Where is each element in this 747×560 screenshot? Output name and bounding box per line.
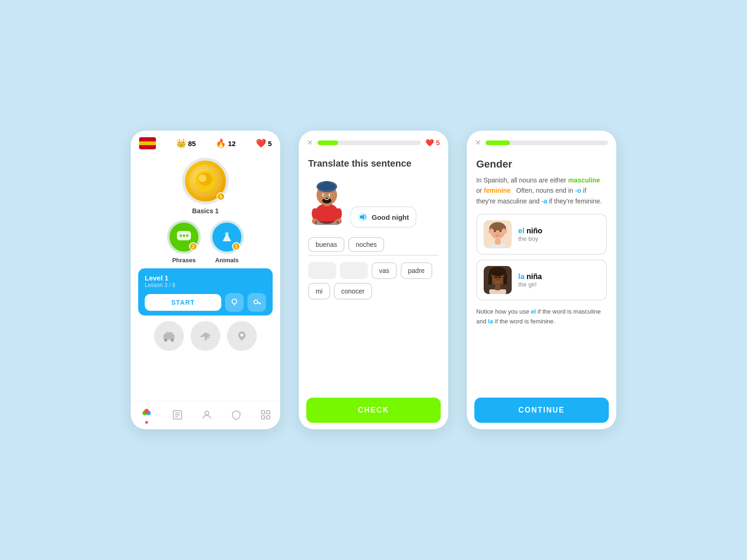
example-nino: el niño the boy bbox=[476, 214, 607, 255]
answer-area[interactable]: buenas noches bbox=[308, 235, 439, 256]
svg-point-11 bbox=[254, 300, 258, 304]
svg-rect-28 bbox=[261, 411, 265, 414]
key-button[interactable] bbox=[247, 293, 266, 312]
svg-point-54 bbox=[503, 230, 507, 233]
svg-point-52 bbox=[491, 223, 504, 231]
notice-el: el bbox=[531, 308, 536, 315]
continue-button[interactable]: CONTINUE bbox=[474, 398, 609, 423]
word-chip-3[interactable]: padre bbox=[401, 262, 432, 279]
boy-illustration bbox=[485, 220, 510, 248]
svg-point-8 bbox=[225, 232, 229, 236]
svg-point-67 bbox=[497, 279, 499, 280]
nav-profile[interactable] bbox=[201, 409, 212, 420]
basics-circle[interactable]: 5 bbox=[182, 158, 229, 204]
stat-hearts: ❤️ 5 bbox=[256, 138, 272, 148]
animals-label: Animals bbox=[215, 257, 239, 264]
fire-icon: 🔥 bbox=[216, 138, 226, 148]
svg-rect-69 bbox=[495, 286, 500, 290]
answer-chip-0[interactable]: buenas bbox=[308, 237, 345, 252]
svg-rect-13 bbox=[259, 303, 260, 304]
flag-icon bbox=[139, 137, 156, 149]
nav-dot bbox=[145, 421, 148, 424]
hearts-icon: ❤️ bbox=[425, 139, 434, 147]
svg-point-6 bbox=[186, 235, 189, 237]
svg-rect-65 bbox=[488, 275, 492, 285]
svg-point-19 bbox=[240, 334, 243, 336]
character-illustration bbox=[308, 176, 345, 228]
nino-translation: the boy bbox=[518, 235, 543, 242]
svg-point-9 bbox=[232, 299, 237, 304]
o-suffix: -o bbox=[575, 187, 581, 194]
gender-title: Gender bbox=[476, 158, 607, 170]
hearts-value: 5 bbox=[268, 140, 272, 147]
word-chip-2[interactable]: vas bbox=[372, 262, 397, 279]
locked-car bbox=[154, 321, 184, 351]
masc-word: masculine bbox=[568, 176, 600, 184]
nino-text: el niño the boy bbox=[518, 227, 543, 242]
start-button[interactable]: START bbox=[145, 294, 221, 311]
translate-header: × ❤️ 5 bbox=[299, 131, 448, 152]
gender-close-button[interactable]: × bbox=[475, 137, 481, 148]
gender-progress-fill bbox=[486, 140, 510, 145]
svg-point-56 bbox=[500, 230, 502, 232]
gender-footer: CONTINUE bbox=[467, 393, 616, 429]
svg-rect-14 bbox=[260, 303, 261, 304]
svg-point-37 bbox=[324, 181, 330, 187]
nav-home[interactable] bbox=[140, 406, 154, 424]
gender-progress-bar bbox=[486, 140, 608, 145]
svg-point-41 bbox=[330, 195, 331, 196]
word-chip-4[interactable]: mi bbox=[308, 283, 330, 300]
gender-content: Gender In Spanish, all nouns are either … bbox=[467, 152, 616, 393]
bottom-nav bbox=[131, 401, 280, 429]
a-suffix: -a bbox=[542, 197, 547, 205]
translate-footer: CHECK bbox=[299, 393, 448, 429]
level-subtitle: Lesson 3 / 8 bbox=[145, 282, 266, 288]
level-box: Level 1 Lesson 3 / 8 START bbox=[138, 268, 273, 315]
svg-point-22 bbox=[144, 409, 149, 413]
word-chip-0 bbox=[308, 262, 336, 279]
nina-rest: niña bbox=[527, 273, 542, 280]
locked-map bbox=[227, 321, 257, 351]
nav-learn[interactable] bbox=[172, 409, 183, 420]
nina-translation: the girl bbox=[518, 281, 542, 288]
svg-rect-29 bbox=[267, 411, 270, 414]
level-title: Level 1 bbox=[145, 274, 266, 282]
check-button[interactable]: CHECK bbox=[306, 398, 441, 423]
notice-la: la bbox=[488, 318, 493, 325]
fire-value: 12 bbox=[228, 140, 236, 147]
character-area: Good night bbox=[308, 176, 439, 228]
card-home: 👑 85 🔥 12 ❤️ 5 5 Basics 1 bbox=[131, 131, 280, 429]
close-button[interactable]: × bbox=[307, 137, 313, 148]
svg-rect-10 bbox=[234, 304, 235, 306]
nino-rest: niño bbox=[527, 227, 543, 235]
speaker-icon bbox=[358, 212, 368, 222]
svg-rect-12 bbox=[257, 302, 261, 303]
hint-button[interactable] bbox=[225, 293, 244, 312]
word-chip-1 bbox=[340, 262, 368, 279]
progress-bar bbox=[317, 140, 421, 145]
stat-fire: 🔥 12 bbox=[216, 138, 236, 148]
hearts-badge: ❤️ 5 bbox=[425, 139, 440, 147]
svg-point-62 bbox=[489, 267, 506, 276]
fem-word: feminine bbox=[484, 187, 511, 194]
nina-word: la niña bbox=[518, 273, 542, 281]
nino-word: el niño bbox=[518, 227, 543, 235]
svg-point-5 bbox=[183, 235, 185, 237]
svg-point-2 bbox=[199, 175, 206, 182]
nav-shield[interactable] bbox=[231, 409, 242, 420]
svg-point-27 bbox=[205, 411, 209, 415]
phrases-circle: 2 bbox=[167, 220, 201, 254]
answer-chip-1[interactable]: noches bbox=[348, 237, 384, 252]
crown-icon: 👑 bbox=[176, 138, 186, 148]
heart-icon: ❤️ bbox=[256, 138, 266, 148]
svg-point-17 bbox=[164, 339, 167, 342]
home-header: 👑 85 🔥 12 ❤️ 5 bbox=[131, 131, 280, 153]
lesson-phrases[interactable]: 2 Phrases bbox=[167, 220, 201, 264]
lesson-animals[interactable]: 1 Animals bbox=[210, 220, 244, 264]
nav-more[interactable] bbox=[260, 409, 271, 420]
locked-plane bbox=[190, 321, 220, 351]
basics-inner bbox=[189, 164, 222, 198]
svg-point-55 bbox=[494, 230, 496, 232]
word-chip-5[interactable]: conocer bbox=[334, 283, 372, 300]
progress-fill bbox=[317, 140, 338, 145]
